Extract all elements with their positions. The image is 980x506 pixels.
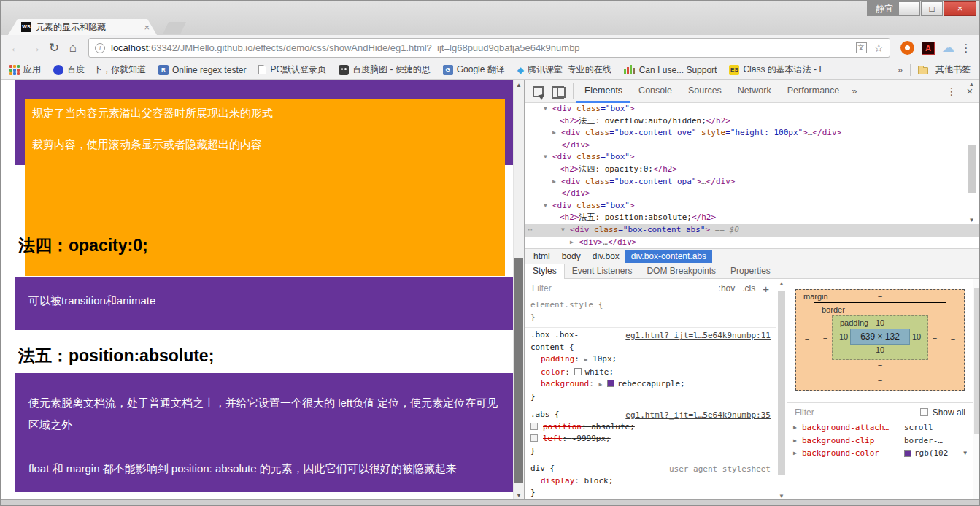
style-line[interactable]: position: absolute; bbox=[525, 421, 776, 434]
padding-bottom-value[interactable]: 10 bbox=[837, 345, 923, 356]
tree-scroll-down-icon[interactable]: ▼ bbox=[967, 217, 976, 223]
reload-icon[interactable]: ↻ bbox=[45, 40, 63, 55]
page-scrollbar[interactable]: ▲ ▼ bbox=[513, 80, 524, 501]
box-model-content[interactable]: 639 × 132 bbox=[850, 329, 910, 345]
border-right-value[interactable]: − bbox=[928, 334, 941, 342]
tab-close-icon[interactable]: × bbox=[144, 22, 150, 33]
style-line[interactable]: left: -9999px; bbox=[525, 433, 776, 445]
dom-tree-node[interactable]: ▼<div class="box"> bbox=[525, 200, 980, 212]
computed-filter-input[interactable]: Filter bbox=[795, 407, 814, 418]
stylesheet-link[interactable]: eg1.html?_ijt=l…5e64k9numbp:35 bbox=[625, 410, 771, 422]
styles-scrollbar-thumb[interactable] bbox=[778, 291, 785, 475]
expand-arrow-icon[interactable]: ▶ bbox=[793, 450, 802, 456]
new-tab-button[interactable] bbox=[163, 22, 186, 34]
style-line[interactable]: padding: ▶ 10px; bbox=[525, 353, 776, 367]
browser-menu-icon[interactable]: ⋮ bbox=[959, 42, 973, 55]
styles-scrollbar[interactable]: ▲ ▼ bbox=[776, 279, 787, 501]
url-text[interactable]: localhost:63342/JMHello.github.io/effect… bbox=[111, 42, 856, 53]
devtools-menu-icon[interactable]: ⋮ bbox=[943, 85, 960, 97]
color-swatch[interactable] bbox=[574, 368, 582, 375]
class-toggle-button[interactable]: .cls bbox=[742, 283, 755, 294]
margin-right-value[interactable]: − bbox=[946, 334, 960, 343]
property-checkbox[interactable] bbox=[530, 434, 538, 442]
overflow-dots-icon[interactable]: ⋯ bbox=[528, 224, 533, 237]
dom-tree-node[interactable]: </div> bbox=[525, 139, 980, 152]
home-icon[interactable]: ⌂ bbox=[63, 41, 82, 55]
breadcrumb-item[interactable]: body bbox=[556, 250, 587, 263]
style-line[interactable]: background: ▶ rebeccapurple; bbox=[525, 378, 776, 391]
sidebar-tab-properties[interactable]: Properties bbox=[723, 264, 778, 278]
devtools-tab-console[interactable]: Console bbox=[630, 80, 680, 103]
margin-top-value[interactable]: − bbox=[878, 292, 882, 301]
padding-top-value[interactable]: 10 bbox=[876, 318, 884, 327]
new-rule-button[interactable]: + bbox=[763, 283, 769, 295]
style-line[interactable]: eg1.html?_ijt=l…5e64k9numbp:11.box .box- bbox=[525, 329, 776, 342]
bookmark-item[interactable]: 百度一下，你就知道 bbox=[53, 64, 146, 76]
scroll-up-icon[interactable]: ▲ bbox=[514, 82, 524, 88]
border-bottom-value[interactable]: − bbox=[819, 360, 941, 371]
styles-filter-input[interactable]: Filter bbox=[532, 283, 552, 294]
expand-arrow-icon[interactable]: ▶ bbox=[552, 127, 556, 139]
dom-tree-node[interactable]: ▶<div>…</div> bbox=[525, 237, 980, 248]
border-top-value[interactable]: − bbox=[878, 305, 882, 314]
style-line[interactable]: } bbox=[525, 391, 776, 404]
dom-tree-node[interactable]: <h2>法五: position:absolute;</h2> bbox=[525, 212, 980, 224]
dropdown-arrow-icon[interactable]: ▼ bbox=[963, 450, 967, 456]
tree-scrollbar[interactable]: ▲ ▼ bbox=[967, 81, 976, 223]
tree-scroll-up-icon[interactable]: ▲ bbox=[967, 81, 976, 88]
dom-tree-node[interactable]: ▶<div class="box-content ove" style="hei… bbox=[525, 127, 980, 139]
cloud-extension-icon[interactable]: ☁ bbox=[942, 42, 954, 55]
expand-arrow-icon[interactable]: ▼ bbox=[544, 151, 547, 164]
dom-tree-node[interactable]: ▼<div class="box"> bbox=[525, 103, 980, 115]
profile-badge[interactable]: 静宜 bbox=[867, 1, 902, 16]
info-icon[interactable]: i bbox=[95, 43, 105, 53]
forward-icon[interactable]: → bbox=[26, 41, 45, 55]
sidebar-tab-event-listeners[interactable]: Event Listeners bbox=[565, 264, 640, 278]
sidebar-tab-dom-breakpoints[interactable]: DOM Breakpoints bbox=[639, 264, 723, 278]
bookmark-item[interactable]: ◆腾讯课堂_专业的在线 bbox=[517, 64, 611, 76]
devtools-tab-elements[interactable]: Elements bbox=[576, 80, 630, 103]
style-line[interactable]: } bbox=[525, 487, 776, 499]
style-line[interactable]: } bbox=[525, 445, 776, 458]
devtools-tab-performance[interactable]: Performance bbox=[779, 80, 848, 103]
padding-left-value[interactable]: 10 bbox=[837, 332, 850, 341]
metrics-scrollbar-thumb[interactable] bbox=[974, 288, 980, 434]
close-window-button[interactable]: × bbox=[944, 1, 976, 16]
device-toolbar-icon[interactable] bbox=[549, 84, 567, 99]
expand-arrow-icon[interactable]: ▶ bbox=[570, 237, 574, 248]
color-swatch[interactable] bbox=[607, 380, 614, 387]
devtools-tab-sources[interactable]: Sources bbox=[680, 80, 730, 103]
minimize-button[interactable]: — bbox=[898, 1, 920, 16]
dom-tree-node[interactable]: ▶<div class="box-content opa">…</div> bbox=[525, 176, 980, 188]
show-all-checkbox[interactable] bbox=[920, 408, 928, 416]
style-line[interactable]: element.style { bbox=[525, 299, 776, 312]
bookmark-item[interactable]: Can I use... Support bbox=[624, 65, 717, 75]
expand-arrow-icon[interactable]: ▼ bbox=[544, 200, 547, 212]
back-icon[interactable]: ← bbox=[7, 41, 26, 55]
adobe-extension-icon[interactable]: A bbox=[922, 42, 935, 55]
scroll-down-icon[interactable]: ▼ bbox=[514, 492, 524, 499]
bookmarks-overflow-icon[interactable]: » bbox=[898, 64, 903, 75]
color-swatch[interactable] bbox=[904, 450, 911, 457]
expand-arrow-icon[interactable]: ▼ bbox=[561, 224, 565, 237]
dom-tree-node[interactable]: <h2>法四: opacity:0;</h2> bbox=[525, 164, 980, 176]
maximize-button[interactable]: □ bbox=[921, 1, 943, 16]
translate-icon[interactable]: 文 bbox=[856, 42, 867, 53]
style-line[interactable]: eg1.html?_ijt=l…5e64k9numbp:35.abs { bbox=[525, 409, 776, 421]
style-line[interactable]: content { bbox=[525, 342, 776, 354]
style-line[interactable]: display: block; bbox=[525, 475, 776, 488]
style-line[interactable]: user agent stylesheetdiv { bbox=[525, 463, 776, 475]
bookmark-item[interactable]: 百度脑图 - 便捷的思 bbox=[339, 64, 431, 76]
bookmark-item[interactable]: ROnline regex tester bbox=[158, 65, 246, 75]
bookmark-item[interactable]: PC默认登录页 bbox=[258, 64, 326, 76]
computed-property-row[interactable]: ▶background-attach…scroll bbox=[787, 421, 973, 434]
expand-arrow-icon[interactable]: ▶ bbox=[552, 176, 556, 188]
dom-tree-node[interactable]: ⋯▼<div class="box-content abs"> == $0 bbox=[525, 224, 980, 237]
metrics-scrollbar[interactable] bbox=[973, 279, 980, 501]
breadcrumb-item[interactable]: div.box bbox=[587, 250, 625, 263]
box-model-padding[interactable]: padding10 10 639 × 132 10 10 bbox=[832, 315, 928, 360]
expand-arrow-icon[interactable]: ▼ bbox=[544, 103, 547, 115]
url-bar[interactable]: i localhost:63342/JMHello.github.io/effe… bbox=[88, 38, 890, 58]
expand-arrow-icon[interactable]: ▶ bbox=[793, 424, 802, 431]
box-model-margin[interactable]: margin− − border− − padding10 10 bbox=[795, 289, 965, 391]
